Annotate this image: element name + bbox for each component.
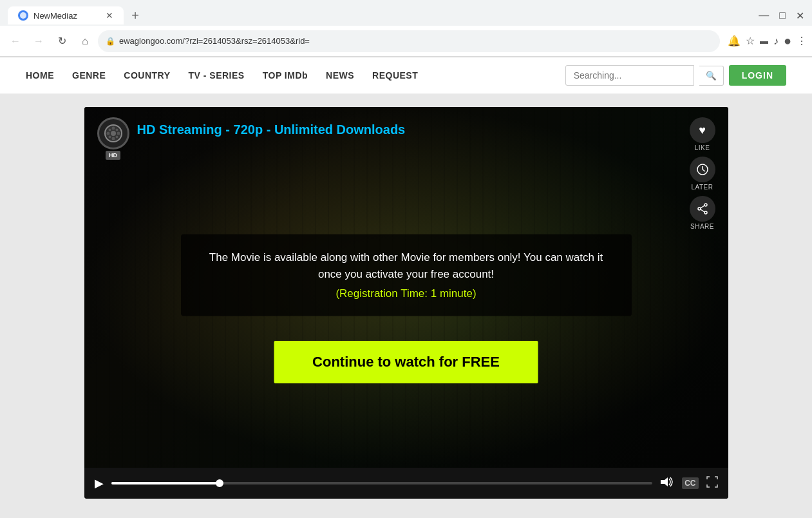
tab-title: NewMediaz	[33, 11, 77, 21]
search-input[interactable]	[565, 65, 694, 86]
film-reel-icon	[97, 117, 129, 149]
svg-point-0	[20, 12, 26, 19]
minimize-button[interactable]: —	[759, 10, 769, 21]
video-top-bar: HD HD Streaming - 720p - Unlimited Downl…	[84, 107, 728, 170]
volume-button[interactable]	[660, 477, 674, 490]
nav-home[interactable]: HOME	[26, 70, 54, 81]
video-container: HD HD Streaming - 720p - Unlimited Downl…	[84, 107, 728, 499]
svg-point-15	[704, 211, 707, 214]
nav-country[interactable]: COUNTRY	[124, 70, 170, 81]
svg-point-4	[111, 137, 115, 140]
forward-icon: →	[33, 35, 44, 47]
cast-icon[interactable]: ▬	[760, 36, 768, 46]
search-icon: 🔍	[706, 71, 717, 81]
svg-point-6	[117, 132, 120, 135]
back-button[interactable]: ←	[5, 31, 26, 52]
refresh-button[interactable]: ↻	[52, 31, 72, 52]
continue-watch-button[interactable]: Continue to watch for FREE	[274, 341, 538, 383]
like-label: LIKE	[695, 144, 710, 151]
video-controls: ▶ CC	[84, 468, 728, 499]
svg-point-10	[115, 129, 118, 131]
active-tab[interactable]: NewMediaz ✕	[8, 6, 124, 24]
nav-request[interactable]: REQUEST	[372, 70, 418, 81]
main-content: HD HD Streaming - 720p - Unlimited Downl…	[0, 94, 812, 512]
share-button[interactable]: SHARE	[690, 196, 715, 230]
progress-bar[interactable]	[111, 482, 653, 484]
home-icon: ⌂	[82, 35, 88, 47]
home-button[interactable]: ⌂	[75, 31, 95, 52]
share-icon	[690, 196, 715, 222]
header-right: 🔍 LOGIN	[565, 65, 786, 86]
back-icon: ←	[10, 35, 21, 47]
lock-icon: 🔒	[106, 37, 115, 46]
tab-bar: NewMediaz ✕ +	[8, 6, 144, 24]
site-nav: HOME GENRE COUNTRY TV - SERIES TOP IMDb …	[26, 70, 418, 81]
profile-icon[interactable]: ●	[784, 34, 791, 48]
mute-icon[interactable]: 🔔	[728, 35, 741, 47]
later-label: LATER	[692, 184, 713, 191]
later-icon	[690, 157, 715, 182]
streaming-title: HD Streaming - 720p - Unlimited Download…	[137, 122, 406, 137]
svg-marker-19	[661, 477, 668, 486]
progress-thumb	[216, 479, 223, 487]
search-button[interactable]: 🔍	[699, 66, 724, 86]
refresh-icon: ↻	[58, 35, 66, 47]
menu-icon[interactable]: ⋮	[797, 35, 807, 47]
message-overlay: The Movie is available along with other …	[181, 234, 632, 316]
site-header: HOME GENRE COUNTRY TV - SERIES TOP IMDb …	[0, 57, 812, 94]
svg-point-14	[704, 204, 707, 206]
url-text: ewaglongoo.com/?rzi=2614053&rsz=2614053&…	[119, 36, 712, 46]
svg-line-18	[701, 209, 704, 212]
video-right-icons: ♥ LIKE LATER SHARE	[690, 117, 715, 230]
login-button[interactable]: LOGIN	[729, 65, 786, 86]
svg-point-5	[106, 132, 109, 135]
tab-close-button[interactable]: ✕	[106, 10, 113, 21]
browser-nav-bar: ← → ↻ ⌂ 🔒 ewaglongoo.com/?rzi=2614053&rs…	[0, 26, 812, 57]
address-bar[interactable]: 🔒 ewaglongoo.com/?rzi=2614053&rsz=261405…	[98, 30, 720, 52]
nav-tv-series[interactable]: TV - SERIES	[189, 70, 245, 81]
play-button[interactable]: ▶	[95, 476, 104, 490]
like-button[interactable]: ♥ LIKE	[690, 117, 715, 151]
progress-fill	[111, 482, 220, 484]
svg-line-13	[703, 169, 705, 171]
nav-top-imdb[interactable]: TOP IMDb	[263, 70, 308, 81]
bookmark-icon[interactable]: ☆	[746, 35, 755, 47]
like-icon: ♥	[690, 117, 715, 143]
svg-point-9	[108, 136, 111, 139]
tab-favicon	[18, 10, 28, 21]
title-bar: NewMediaz ✕ + — □ ✕	[0, 0, 812, 26]
svg-point-2	[111, 131, 116, 136]
message-subtext: (Registration Time: 1 minute)	[207, 287, 606, 300]
close-button[interactable]: ✕	[796, 10, 804, 22]
nav-right-icons: 🔔 ☆ ▬ ♪ ● ⋮	[728, 34, 807, 48]
music-icon[interactable]: ♪	[773, 35, 779, 47]
svg-point-16	[698, 207, 701, 210]
window-controls: — □ ✕	[759, 10, 804, 22]
nav-genre[interactable]: GENRE	[72, 70, 106, 81]
nav-news[interactable]: NEWS	[326, 70, 354, 81]
cc-button[interactable]: CC	[682, 477, 698, 489]
later-button[interactable]: LATER	[690, 157, 715, 191]
video-area: HD HD Streaming - 720p - Unlimited Downl…	[84, 107, 728, 468]
fullscreen-button[interactable]	[706, 476, 718, 490]
svg-line-17	[701, 206, 704, 208]
maximize-button[interactable]: □	[779, 10, 786, 21]
hd-badge: HD	[106, 151, 120, 160]
message-text: The Movie is available along with other …	[207, 249, 606, 282]
svg-point-7	[108, 129, 111, 131]
svg-point-8	[115, 136, 118, 139]
film-logo: HD	[97, 117, 129, 160]
share-label: SHARE	[690, 223, 714, 230]
browser-chrome: NewMediaz ✕ + — □ ✕ ← → ↻ ⌂ 🔒 ewaglongoo…	[0, 0, 812, 57]
svg-point-3	[111, 127, 115, 130]
forward-button[interactable]: →	[28, 31, 49, 52]
new-tab-button[interactable]: +	[126, 6, 144, 24]
